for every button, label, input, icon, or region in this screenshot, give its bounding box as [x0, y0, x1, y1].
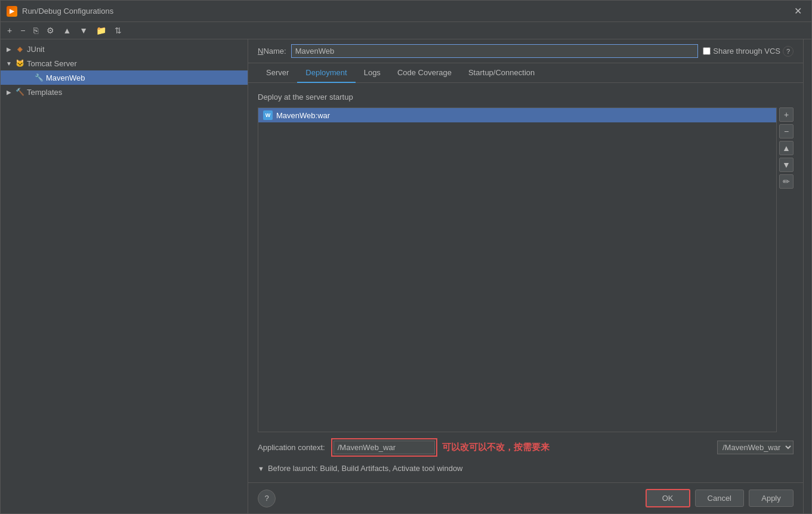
app-context-wrapper: 可以改可以不改，按需要来 /MavenWeb_war [331, 438, 794, 457]
app-context-input[interactable] [334, 441, 435, 454]
tab-deployment[interactable]: Deployment [297, 63, 355, 83]
tabs-row: Server Deployment Logs Code Coverage Sta… [248, 63, 803, 83]
tomcat-arrow: ▼ [5, 60, 13, 67]
deploy-add-button[interactable]: + [779, 107, 794, 122]
sidebar-item-templates-label: Templates [27, 88, 62, 97]
app-context-row: Application context: 可以改可以不改，按需要来 /Maven… [258, 432, 794, 457]
app-icon: ▶ [7, 6, 17, 17]
sidebar-item-junit-label: JUnit [27, 45, 45, 54]
bottom-buttons: ? OK Cancel Apply [248, 482, 803, 513]
deploy-list-wrapper: W MavenWeb:war + − ▲ ▼ ✏ [258, 107, 794, 432]
tab-server[interactable]: Server [258, 63, 297, 83]
deploy-remove-button[interactable]: − [779, 124, 794, 138]
deploy-item-label: MavenWeb:war [276, 111, 330, 120]
sidebar-item-mavenweb[interactable]: 🔧 MavenWeb [1, 70, 248, 85]
app-context-dropdown[interactable]: /MavenWeb_war [717, 441, 794, 454]
copy-config-button[interactable]: ⎘ [30, 24, 41, 36]
share-vcs-help-button[interactable]: ? [783, 46, 794, 57]
cancel-button[interactable]: Cancel [695, 490, 744, 507]
arrow-up-button[interactable]: ▲ [60, 24, 74, 36]
tab-logs[interactable]: Logs [356, 63, 389, 83]
title-bar: ▶ Run/Debug Configurations ✕ [1, 1, 811, 22]
deploy-edit-button[interactable]: ✏ [779, 174, 794, 189]
sidebar-item-templates[interactable]: ▶ 🔨 Templates [1, 85, 248, 99]
name-label: NName: [258, 47, 286, 56]
arrow-down-button[interactable]: ▼ [76, 24, 91, 36]
apply-button[interactable]: Apply [749, 490, 794, 507]
name-row: NName: Share through VCS ? [248, 39, 803, 63]
war-icon: W [263, 110, 273, 120]
tomcat-icon: 🐱 [15, 59, 24, 68]
sidebar-item-tomcat-label: Tomcat Server [27, 59, 77, 68]
deployment-tab-content: Deploy at the server startup W MavenWeb:… [248, 83, 803, 482]
before-launch-section: ▼ Before launch: Build, Build Artifacts,… [258, 457, 794, 473]
right-panel: NName: Share through VCS ? Server Deploy… [248, 39, 803, 513]
sort-button[interactable]: ⇅ [112, 24, 125, 36]
share-vcs-label: Share through VCS [713, 47, 780, 56]
sidebar-item-junit[interactable]: ▶ ◈ JUnit [1, 42, 248, 56]
app-context-input-box [331, 438, 437, 457]
scrollbar[interactable] [803, 39, 811, 513]
deploy-list-container: W MavenWeb:war [258, 107, 777, 432]
before-launch-text: Before launch: Build, Build Artifacts, A… [268, 464, 463, 473]
junit-icon: ◈ [15, 44, 24, 54]
templates-icon: 🔨 [15, 87, 24, 97]
app-context-label: Application context: [258, 443, 325, 452]
sidebar-item-mavenweb-label: MavenWeb [46, 73, 85, 82]
toolbar: + − ⎘ ⚙ ▲ ▼ 📁 ⇅ [1, 22, 811, 39]
before-launch-collapse[interactable]: ▼ [258, 465, 264, 472]
junit-arrow: ▶ [5, 45, 13, 53]
share-vcs-row: Share through VCS ? [703, 46, 794, 57]
folder-button[interactable]: 📁 [93, 24, 109, 36]
sidebar: ▶ ◈ JUnit ▼ 🐱 Tomcat Server 🔧 MavenWeb ▶… [1, 39, 248, 513]
templates-arrow: ▶ [5, 88, 13, 96]
mavenweb-arrow [24, 74, 32, 81]
tab-code-coverage[interactable]: Code Coverage [389, 63, 460, 83]
close-button[interactable]: ✕ [791, 4, 805, 18]
deploy-move-up-button[interactable]: ▲ [779, 141, 794, 155]
name-input[interactable] [291, 44, 699, 58]
ok-button[interactable]: OK [646, 489, 690, 507]
question-button[interactable]: ? [258, 490, 276, 507]
deploy-item-mavenweb-war[interactable]: W MavenWeb:war [258, 108, 776, 122]
dialog-title: Run/Debug Configurations [22, 7, 113, 16]
deploy-section-title: Deploy at the server startup [258, 93, 794, 101]
remove-config-button[interactable]: − [17, 24, 28, 36]
share-vcs-checkbox[interactable] [703, 47, 711, 55]
add-config-button[interactable]: + [4, 24, 15, 36]
side-buttons-column: + − ▲ ▼ ✏ [777, 107, 794, 432]
tab-startup-connection[interactable]: Startup/Connection [460, 63, 543, 83]
settings-button[interactable]: ⚙ [44, 24, 57, 36]
deploy-move-down-button[interactable]: ▼ [779, 158, 794, 172]
sidebar-item-tomcat[interactable]: ▼ 🐱 Tomcat Server [1, 56, 248, 70]
app-context-hint: 可以改可以不改，按需要来 [442, 442, 549, 453]
maven-icon: 🔧 [34, 73, 44, 82]
